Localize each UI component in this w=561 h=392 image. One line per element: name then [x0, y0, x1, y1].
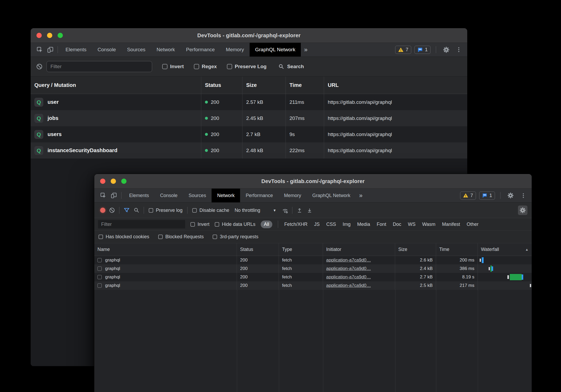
tab-graphql-network[interactable]: GraphQL Network [307, 189, 356, 202]
tab-network[interactable]: Network [212, 189, 240, 202]
inspect-element-button[interactable] [34, 43, 45, 57]
column-header-status[interactable]: Status [201, 77, 242, 94]
settings-button[interactable] [441, 45, 451, 54]
row-checkbox[interactable] [97, 275, 102, 279]
tab-sources[interactable]: Sources [121, 43, 151, 57]
request-row[interactable]: graphql 200 fetch application-a7ca9d0… 2… [94, 256, 532, 264]
type-filter-font[interactable]: Font [376, 221, 387, 228]
more-tabs-button[interactable]: » [301, 43, 311, 57]
initiator-link[interactable]: application-a7ca9d0… [326, 283, 371, 288]
tab-sources[interactable]: Sources [183, 189, 212, 202]
import-har-button[interactable] [294, 207, 305, 213]
table-row[interactable]: Q users 200 2.7 kB 9s https://gitlab.com… [31, 126, 467, 142]
filter-toggle-button[interactable] [121, 207, 132, 214]
type-filter-img[interactable]: Img [342, 221, 351, 228]
network-filter-input[interactable] [98, 220, 185, 228]
column-header-url[interactable]: URL [324, 77, 467, 94]
row-checkbox[interactable] [97, 258, 102, 262]
minimize-button[interactable] [111, 179, 116, 184]
invert-checkbox[interactable]: Invert [190, 222, 209, 227]
main-menu-button[interactable] [454, 45, 464, 54]
column-header-size[interactable]: Size [242, 77, 286, 94]
column-header-name[interactable]: Name [94, 243, 237, 256]
type-filter-all[interactable]: All [261, 221, 272, 228]
row-checkbox[interactable] [97, 267, 102, 271]
record-network-log-button[interactable] [100, 208, 105, 213]
graphql-filter-input[interactable] [46, 61, 152, 72]
tab-performance[interactable]: Performance [240, 189, 278, 202]
type-filter-media[interactable]: Media [357, 221, 371, 228]
column-header-time[interactable]: Time [286, 77, 324, 94]
initiator-link[interactable]: application-a7ca9d0… [326, 274, 371, 280]
initiator-link[interactable]: application-a7ca9d0… [326, 266, 371, 271]
zoom-button[interactable] [58, 33, 63, 38]
preserve-log-checkbox[interactable]: Preserve log [149, 208, 183, 213]
request-row[interactable]: graphql 200 fetch application-a7ca9d0… 2… [94, 273, 532, 281]
tab-graphql-network[interactable]: GraphQL Network [250, 43, 301, 57]
settings-button[interactable] [506, 191, 515, 200]
close-button[interactable] [36, 33, 42, 38]
network-settings-button[interactable] [518, 206, 527, 215]
request-row[interactable]: graphql 200 fetch application-a7ca9d0… 2… [94, 281, 532, 290]
main-menu-button[interactable] [518, 191, 528, 200]
column-header-time[interactable]: Time [436, 243, 478, 256]
column-header-waterfall[interactable]: Waterfall ▲ [478, 243, 532, 256]
type-filter-other[interactable]: Other [466, 221, 479, 228]
column-header-initiator[interactable]: Initiator [323, 243, 395, 256]
table-row[interactable]: Q user 200 2.57 kB 211ms https://gitlab.… [31, 94, 467, 110]
request-row[interactable]: graphql 200 fetch application-a7ca9d0… 2… [94, 264, 532, 273]
query-name: instanceSecurityDashboard [48, 147, 118, 153]
type-filter-fetch-xhr[interactable]: Fetch/XHR [284, 221, 308, 228]
device-toolbar-button[interactable] [45, 43, 55, 57]
close-button[interactable] [100, 179, 105, 184]
warnings-badge[interactable]: 7 [460, 192, 476, 200]
column-header-status[interactable]: Status [237, 243, 279, 256]
inspect-element-button[interactable] [98, 189, 109, 202]
initiator-link[interactable]: application-a7ca9d0… [326, 258, 371, 263]
disable-cache-checkbox[interactable]: Disable cache [192, 208, 229, 213]
issues-badge[interactable]: 1 [414, 46, 431, 54]
tab-network[interactable]: Network [151, 43, 181, 57]
tab-console[interactable]: Console [92, 43, 121, 57]
column-separator [436, 290, 436, 392]
clear-requests-button[interactable] [35, 63, 43, 70]
issues-badge[interactable]: 1 [479, 192, 495, 200]
hide-data-urls-checkbox[interactable]: Hide data URLs [215, 222, 255, 227]
tab-memory[interactable]: Memory [278, 189, 307, 202]
warnings-badge[interactable]: 7 [395, 46, 411, 54]
minimize-button[interactable] [47, 33, 52, 38]
more-tabs-button[interactable]: » [356, 189, 366, 202]
search-network-button[interactable] [132, 207, 142, 213]
tab-console[interactable]: Console [155, 189, 183, 202]
type-filter-js[interactable]: JS [314, 221, 320, 228]
type-filter-doc[interactable]: Doc [392, 221, 402, 228]
type-filter-manifest[interactable]: Manifest [442, 221, 461, 228]
column-header-query-mutation[interactable]: Query / Mutation [31, 77, 201, 94]
export-har-button[interactable] [305, 207, 315, 213]
network-conditions-button[interactable] [280, 207, 290, 214]
regex-checkbox[interactable]: Regex [194, 64, 217, 69]
table-row[interactable]: Q instanceSecurityDashboard 200 2.48 kB … [31, 142, 467, 158]
preserve-log-checkbox[interactable]: Preserve Log [227, 64, 267, 69]
column-header-size[interactable]: Size [395, 243, 436, 256]
table-row[interactable]: Q jobs 200 2.45 kB 207ms https://gitlab.… [31, 110, 467, 126]
type-filter-wasm[interactable]: Wasm [422, 221, 436, 228]
row-checkbox[interactable] [97, 283, 102, 288]
clear-network-log-button[interactable] [107, 207, 117, 213]
third-party-requests-checkbox[interactable]: 3rd-party requests [213, 234, 258, 240]
tab-performance[interactable]: Performance [180, 43, 220, 57]
search-button[interactable]: Search [278, 63, 304, 70]
invert-checkbox[interactable]: Invert [162, 64, 184, 69]
query-type-badge: Q [34, 98, 43, 107]
has-blocked-cookies-checkbox[interactable]: Has blocked cookies [99, 234, 149, 240]
type-filter-ws[interactable]: WS [407, 221, 416, 228]
throttling-select[interactable]: No throttling ▼ [235, 208, 276, 213]
zoom-button[interactable] [121, 179, 127, 184]
tab-memory[interactable]: Memory [220, 43, 250, 57]
tab-elements[interactable]: Elements [60, 43, 92, 57]
column-header-type[interactable]: Type [279, 243, 323, 256]
tab-elements[interactable]: Elements [124, 189, 155, 202]
blocked-requests-checkbox[interactable]: Blocked Requests [158, 234, 204, 240]
device-toolbar-button[interactable] [109, 189, 119, 202]
type-filter-css[interactable]: CSS [326, 221, 336, 228]
